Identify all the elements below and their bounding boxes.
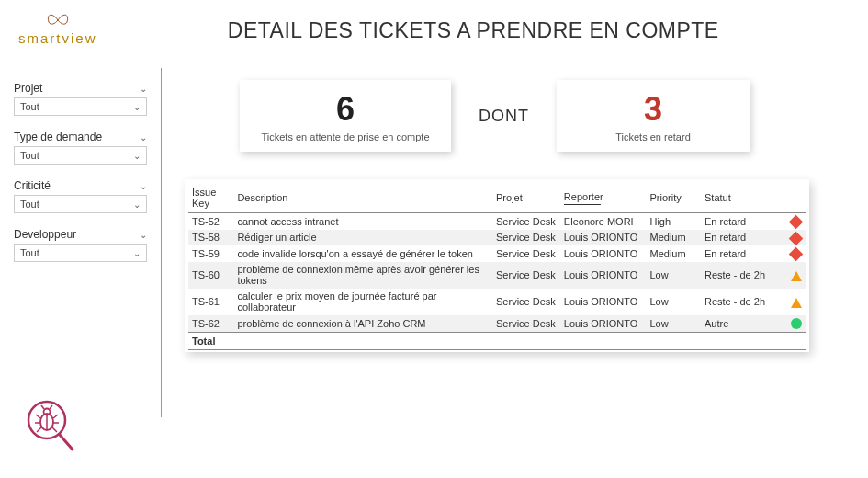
table-row[interactable]: TS-52cannot access intranetService DeskE… [188, 213, 806, 230]
svg-line-9 [37, 427, 41, 432]
card-late-number: 3 [577, 93, 729, 126]
th-rep[interactable]: Reporter [560, 181, 647, 213]
cards-separator: DONT [479, 107, 529, 126]
chevron-down-icon: ⌄ [140, 84, 147, 94]
th-desc[interactable]: Description [233, 181, 492, 213]
tickets-table-wrapper: Issue Key Description Projet Reporter Pr… [185, 179, 809, 352]
svg-line-11 [41, 405, 44, 409]
filter-select-type[interactable]: Tout ⌄ [14, 146, 147, 165]
svg-line-6 [53, 415, 58, 418]
card-pending-label: Tickets en attente de prise en compte [260, 131, 431, 142]
svg-line-12 [50, 405, 52, 409]
filter-label-projet[interactable]: Projet ⌄ [14, 82, 147, 95]
table-row[interactable]: TS-62problème de connexion à l'API Zoho … [188, 315, 806, 333]
status-triangle-icon [791, 298, 802, 308]
total-row: Total [188, 332, 806, 349]
svg-line-1 [60, 435, 73, 450]
chevron-down-icon: ⌄ [133, 199, 141, 210]
filter-label-criticite[interactable]: Criticité ⌄ [14, 179, 147, 192]
card-pending-number: 6 [260, 93, 431, 126]
chevron-down-icon: ⌄ [133, 151, 141, 161]
svg-line-5 [36, 415, 40, 418]
chevron-down-icon: ⌄ [140, 230, 147, 240]
filter-select-developpeur[interactable]: Tout ⌄ [14, 244, 147, 262]
butterfly-icon [44, 11, 72, 32]
status-circle-icon [791, 318, 802, 329]
chevron-down-icon: ⌄ [133, 102, 141, 112]
filter-label-type[interactable]: Type de demande ⌄ [14, 131, 147, 143]
status-triangle-icon [791, 271, 802, 281]
card-late-label: Tickets en retard [577, 131, 729, 142]
chevron-down-icon: ⌄ [140, 181, 147, 191]
th-key[interactable]: Issue Key [188, 181, 233, 213]
status-diamond-icon [789, 247, 804, 262]
chevron-down-icon: ⌄ [133, 248, 141, 258]
th-stat[interactable]: Statut [701, 181, 782, 213]
filter-select-projet[interactable]: Tout ⌄ [14, 97, 147, 116]
filter-label-developpeur[interactable]: Developpeur ⌄ [14, 228, 147, 241]
table-row[interactable]: TS-61calculer le prix moyen de journée f… [188, 289, 806, 315]
chevron-down-icon: ⌄ [140, 132, 147, 142]
bug-search-icon [23, 396, 78, 460]
status-diamond-icon [789, 215, 804, 230]
th-proj[interactable]: Projet [492, 181, 560, 213]
table-row[interactable]: TS-59code invalide lorsqu'on a essayé de… [188, 245, 806, 262]
status-diamond-icon [789, 231, 804, 245]
logo-text: smartview [18, 30, 97, 46]
tickets-table: Issue Key Description Projet Reporter Pr… [188, 181, 806, 350]
card-late: 3 Tickets en retard [557, 80, 750, 152]
content: 6 Tickets en attente de prise en compte … [162, 63, 868, 454]
sort-indicator-icon [564, 204, 601, 205]
page-title: DETAIL DES TICKETS A PRENDRE EN COMPTE [97, 11, 850, 43]
logo: smartview [18, 11, 97, 46]
filter-select-criticite[interactable]: Tout ⌄ [14, 195, 147, 213]
card-pending: 6 Tickets en attente de prise en compte [240, 80, 451, 152]
svg-line-10 [52, 427, 57, 432]
th-pri[interactable]: Priority [646, 181, 701, 213]
table-row[interactable]: TS-58Rédiger un articleService DeskLouis… [188, 230, 806, 246]
table-row[interactable]: TS-60problème de connexion même après av… [188, 262, 806, 289]
